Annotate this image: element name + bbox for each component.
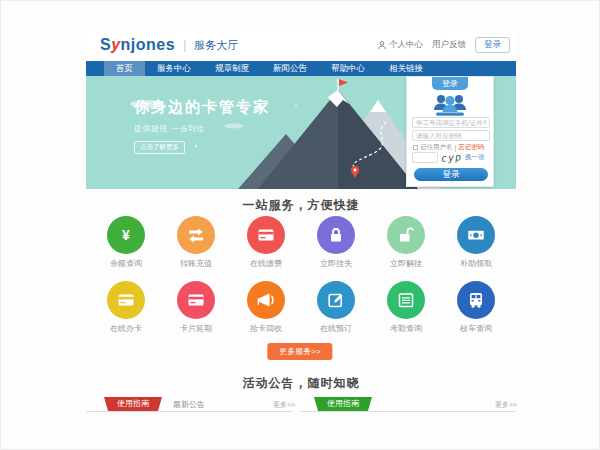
header-right: 个人中心 用户反馈 登录 (377, 37, 510, 53)
personal-center-label: 个人中心 (389, 39, 423, 51)
service-item-7[interactable]: 卡片延期 (163, 281, 229, 334)
service-item-10[interactable]: 考勤查询 (373, 281, 439, 334)
nav-item-5[interactable]: 相关链接 (377, 61, 435, 76)
service-label: 卡片延期 (180, 323, 212, 334)
logo-divider: | (183, 38, 186, 52)
service-item-6[interactable]: 在线办卡 (93, 281, 159, 334)
hero-copy: 你身边的卡管专家 提供捷径 一步到位 点击了解更多 (134, 98, 270, 154)
card-icon[interactable] (107, 281, 145, 319)
logo-accent: y (111, 36, 120, 53)
megaphone-icon[interactable] (247, 281, 285, 319)
service-label: 在线缴费 (250, 258, 282, 269)
forgot-password-link[interactable]: 忘记密码 (458, 143, 484, 152)
edit-icon[interactable] (317, 281, 355, 319)
unlock-icon[interactable] (387, 216, 425, 254)
captcha-image[interactable]: cyp (441, 151, 463, 163)
site-name: 服务大厅 (194, 38, 238, 53)
password-input[interactable] (412, 130, 490, 141)
person-icon (377, 40, 387, 50)
more-link-left[interactable]: 更多>> (273, 400, 295, 410)
service-item-5[interactable]: 补助领取 (443, 216, 509, 269)
captcha-row: cyp 换一张 (412, 152, 490, 163)
yen-icon[interactable]: ¥ (107, 216, 145, 254)
service-label: 在线办卡 (110, 323, 142, 334)
services-row-1: ¥余额查询转账充值在线缴费立即挂失立即解挂补助领取 (86, 216, 516, 269)
service-label: 立即挂失 (320, 258, 352, 269)
login-submit-button[interactable]: 登录 (414, 168, 488, 181)
service-label: 考勤查询 (390, 323, 422, 334)
hero-title: 你身边的卡管专家 (134, 98, 270, 117)
nav-item-4[interactable]: 帮助中心 (319, 61, 377, 76)
captcha-refresh-link[interactable]: 换一张 (465, 153, 485, 162)
tab-usage-guide-right[interactable]: 使用指南 (314, 397, 372, 411)
remember-checkbox[interactable] (413, 145, 418, 150)
tab-usage-guide-left[interactable]: 使用指南 (104, 397, 162, 411)
login-panel: 登录 记住用户名 | 忘记密码 cyp 换一张 登录 (406, 76, 494, 187)
tab-latest-announcements[interactable]: 最新公告 (173, 399, 205, 410)
service-item-2[interactable]: 在线缴费 (233, 216, 299, 269)
service-item-8[interactable]: 拾卡回收 (233, 281, 299, 334)
hero-cta-button[interactable]: 点击了解更多 (134, 141, 185, 154)
service-label: 补助领取 (460, 258, 492, 269)
left-panel-divider (86, 411, 293, 412)
service-item-3[interactable]: 立即挂失 (303, 216, 369, 269)
service-item-1[interactable]: 转账充值 (163, 216, 229, 269)
more-services-button[interactable]: 更多服务>> (267, 343, 332, 360)
nav-item-3[interactable]: 新闻公告 (261, 61, 319, 76)
remember-row: 记住用户名 | 忘记密码 (413, 143, 484, 152)
transfer-icon[interactable] (177, 216, 215, 254)
remember-label: 记住用户名 (420, 143, 453, 152)
right-panel-divider (301, 411, 516, 412)
service-item-4[interactable]: 立即解挂 (373, 216, 439, 269)
list-icon[interactable] (387, 281, 425, 319)
card-icon[interactable] (177, 281, 215, 319)
announcements-title: 活动公告，随时知晓 (86, 375, 516, 392)
main-nav: 首页服务中心规章制度新闻公告帮助中心相关链接 (86, 61, 516, 76)
banknote-icon[interactable] (457, 216, 495, 254)
service-item-9[interactable]: 在线预订 (303, 281, 369, 334)
login-tab[interactable]: 登录 (432, 77, 468, 90)
service-label: 转账充值 (180, 258, 212, 269)
bus-icon[interactable] (457, 281, 495, 319)
service-label: 在线预订 (320, 323, 352, 334)
logo-s: S (100, 36, 111, 53)
nav-item-2[interactable]: 规章制度 (203, 61, 261, 76)
more-link-right[interactable]: 更多>> (495, 400, 517, 410)
feedback-label: 用户反馈 (432, 39, 466, 51)
captcha-input[interactable] (412, 152, 438, 163)
service-item-0[interactable]: ¥余额查询 (93, 216, 159, 269)
logo-rest: njones (121, 36, 176, 53)
remember-separator: | (455, 144, 457, 151)
lock-icon[interactable] (317, 216, 355, 254)
services-row-2: 在线办卡卡片延期拾卡回收在线预订考勤查询校车查询 (86, 281, 516, 334)
page: Synjones | 服务大厅 个人中心 用户反馈 登录 首页服务中心规章制度新… (0, 0, 600, 450)
nav-item-0[interactable]: 首页 (104, 61, 145, 76)
service-label: 校车查询 (460, 323, 492, 334)
logo[interactable]: Synjones (100, 36, 175, 54)
service-label: 拾卡回收 (250, 323, 282, 334)
service-item-11[interactable]: 校车查询 (443, 281, 509, 334)
header-login-button[interactable]: 登录 (475, 37, 510, 53)
personal-center-link[interactable]: 个人中心 (377, 39, 423, 51)
feedback-link[interactable]: 用户反馈 (432, 39, 466, 51)
hero-subtitle: 提供捷径 一步到位 (134, 124, 270, 134)
credit-card-icon[interactable] (247, 216, 285, 254)
site-header: Synjones | 服务大厅 个人中心 用户反馈 登录 (86, 29, 516, 61)
services-title: 一站服务，方便快捷 (86, 197, 516, 214)
svg-text:¥: ¥ (122, 227, 130, 243)
users-icon (430, 92, 470, 118)
username-input[interactable] (412, 117, 490, 128)
nav-item-1[interactable]: 服务中心 (145, 61, 203, 76)
service-label: 余额查询 (110, 258, 142, 269)
service-label: 立即解挂 (390, 258, 422, 269)
